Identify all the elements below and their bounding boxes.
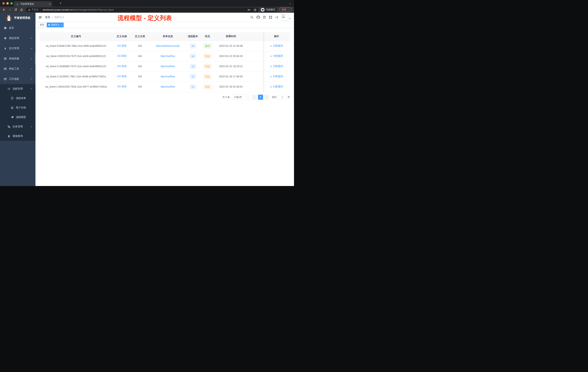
operation-cell: 分配规则: [263, 41, 290, 51]
browser-tab[interactable]: 芋道管理系统 ×: [14, 1, 52, 7]
category-cell: OA: [131, 41, 149, 51]
chevron-up-icon: [30, 88, 32, 90]
sidebar-item-label: 用户分组: [16, 106, 26, 109]
form-link[interactable]: /bpm/oa/flow: [160, 55, 175, 57]
sidebar-item-5[interactable]: 工作流程: [0, 74, 35, 84]
reload-icon[interactable]: [13, 8, 19, 11]
assign-rule-link[interactable]: 分配规则: [273, 44, 283, 47]
definition-table: 定义编号 定义名称 定义分类 表单信息 流程版本 状态 部署时间 操作 oa_l…: [40, 32, 290, 92]
sidebar-item-3[interactable]: 基础设施: [0, 54, 35, 64]
bookmark-star-icon[interactable]: [253, 8, 257, 11]
sidebar-logo[interactable]: 芋道管理系统: [0, 13, 35, 23]
deploy-time-cell: 2022-01-22 20:34:10: [216, 51, 246, 61]
key-icon[interactable]: [247, 8, 251, 11]
prev-page-button[interactable]: ‹: [252, 95, 257, 100]
sidebar-item-1[interactable]: 系统管理: [0, 33, 35, 43]
tag-close-icon[interactable]: ×: [61, 24, 62, 26]
back-icon[interactable]: [1, 8, 7, 11]
breadcrumb-separator: /: [52, 16, 52, 19]
search-icon[interactable]: [249, 16, 255, 19]
definition-name-link[interactable]: OA 请假: [117, 85, 126, 88]
status-badge: 挂起: [203, 84, 212, 89]
security-label[interactable]: 不安全: [32, 8, 39, 11]
operation-cell: 分配规则: [263, 82, 290, 92]
sidebar-item-8[interactable]: 用户分组: [0, 103, 35, 112]
table-row: oa_leave:4:991f2193-7b7f-11ec-a3c8-acde4…: [40, 51, 290, 61]
sidebar-item-9[interactable]: 流程模型: [0, 112, 35, 122]
sidebar-item-6[interactable]: 流程管理: [0, 84, 35, 94]
definition-name-cell: OA 请假: [112, 61, 131, 71]
definition-name-link[interactable]: OA 请假: [117, 44, 126, 47]
github-icon[interactable]: [255, 16, 261, 19]
form-info-cell: /bpm/oa/flow: [149, 61, 187, 71]
update-label[interactable]: 更新: [282, 8, 286, 11]
assign-rule-link[interactable]: 分配规则: [273, 85, 283, 88]
monitor-icon: [4, 57, 7, 60]
fullscreen-icon[interactable]: [267, 16, 274, 19]
col-definition-id: 定义编号: [40, 32, 112, 41]
table-header-row: 定义编号 定义名称 定义分类 表单信息 流程版本 状态 部署时间 操作: [40, 32, 290, 41]
caret-down-icon[interactable]: ▾: [289, 17, 290, 20]
goto-page-input[interactable]: [278, 95, 286, 100]
next-page-button[interactable]: ›: [264, 95, 269, 100]
tag-0[interactable]: 首页: [38, 22, 46, 27]
traffic-light-zoom[interactable]: [10, 2, 13, 5]
category-cell: OA: [131, 51, 149, 61]
version-cell: v1: [187, 82, 199, 92]
tab-close-icon[interactable]: ×: [49, 2, 50, 5]
sidebar-item-7[interactable]: 流程表单: [0, 94, 35, 103]
definition-name-link[interactable]: OA 请假: [117, 75, 126, 78]
home-icon[interactable]: [19, 8, 24, 11]
font-size-icon[interactable]: TT: [274, 16, 280, 19]
hamburger-icon[interactable]: [39, 16, 42, 19]
tab-search-caret-icon[interactable]: [289, 2, 291, 5]
traffic-light-close[interactable]: [2, 2, 5, 5]
forward-icon[interactable]: [7, 8, 13, 11]
assign-rule-link[interactable]: 分配规则: [273, 75, 283, 78]
assign-rule-link[interactable]: 分配规则: [273, 55, 283, 58]
definition-name-link[interactable]: OA 请假: [117, 55, 126, 57]
form-link[interactable]: /bpm/oa/leave/create: [156, 44, 180, 47]
incognito-badge: 无痕模式: [260, 7, 277, 12]
form-link[interactable]: /bpm/oa/flow: [160, 65, 175, 68]
incognito-icon: [261, 8, 264, 12]
avatar[interactable]: [281, 14, 288, 21]
breadcrumb-home[interactable]: 首页: [45, 16, 50, 19]
address-bar[interactable]: 不安全 dashboard.yudao.iocoder.cn/bpm/manag…: [26, 8, 259, 12]
category-cell: OA: [131, 71, 149, 82]
warning-icon[interactable]: [28, 9, 30, 11]
new-tab-button[interactable]: +: [58, 1, 63, 6]
screen: 芋道管理系统 × + 不安全 dashboard.yudao.iocoder.c…: [0, 0, 294, 186]
form-icon: [10, 97, 14, 100]
sidebar-item-0[interactable]: 首页: [0, 23, 35, 33]
form-info-cell: /bpm/oa/flow: [149, 51, 187, 61]
assign-rule-button[interactable]: 分配规则: [270, 44, 283, 47]
operation-cell: 分配规则: [263, 71, 290, 82]
deploy-time-cell: 2022-01-22 19:19:11: [216, 61, 246, 71]
form-link[interactable]: /bpm/oa/flow: [160, 85, 175, 88]
active-dot: [48, 24, 50, 26]
help-icon[interactable]: [261, 16, 267, 19]
sidebar-item-2[interactable]: ¥支付管理: [0, 43, 35, 54]
assign-rule-button[interactable]: 分配规则: [270, 55, 283, 58]
assign-rule-button[interactable]: 分配规则: [270, 85, 283, 88]
browser-update-button[interactable]: 更新 ⋮: [279, 7, 292, 12]
gear-icon: [4, 37, 7, 40]
definition-id-cell: oa_leave:5:004b710b-7b8a-11ec-8ef0-acde4…: [40, 41, 112, 51]
traffic-light-minimize[interactable]: [6, 2, 9, 5]
sidebar-scrollbar[interactable]: [35, 53, 35, 65]
tag-1[interactable]: 流程定义×: [47, 22, 64, 27]
current-page-button[interactable]: 1: [258, 95, 263, 100]
assign-rule-link[interactable]: 分配规则: [273, 65, 283, 68]
sidebar-item-10[interactable]: 任务管理: [0, 122, 35, 131]
assign-rule-button[interactable]: 分配规则: [270, 75, 283, 78]
sidebar-item-11[interactable]: 请假查询: [0, 131, 35, 141]
assign-rule-button[interactable]: 分配规则: [270, 65, 283, 68]
form-link[interactable]: /bpm/oa/flow: [160, 75, 175, 78]
definition-name-link[interactable]: OA 请假: [117, 65, 126, 67]
page-size-select[interactable]: 10条/页: [232, 95, 249, 100]
kebab-menu-icon[interactable]: ⋮: [288, 8, 290, 11]
chevron-down-icon: [30, 68, 32, 70]
sidebar-item-4[interactable]: 研发工具: [0, 64, 35, 74]
version-cell: v2: [187, 71, 199, 82]
